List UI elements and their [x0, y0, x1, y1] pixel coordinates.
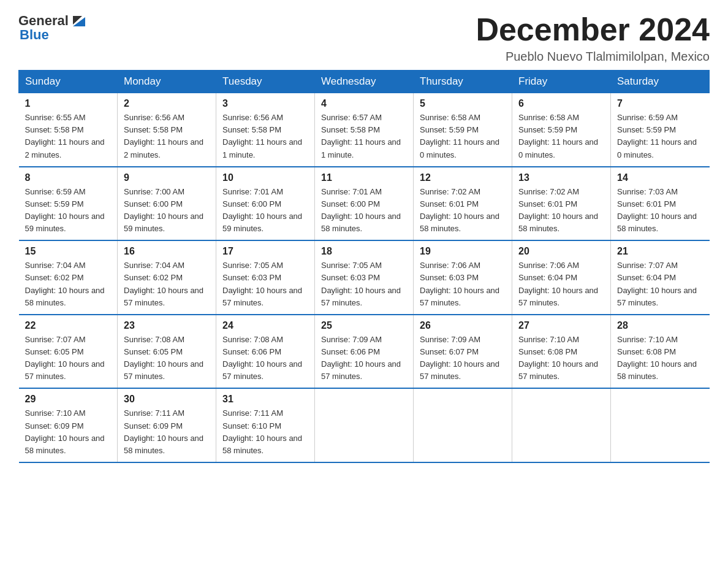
day-info: Sunrise: 6:59 AMSunset: 5:59 PMDaylight:…	[25, 186, 112, 236]
calendar-cell: 4Sunrise: 6:57 AMSunset: 5:58 PMDaylight…	[315, 93, 414, 167]
day-number: 13	[518, 172, 604, 183]
calendar-cell: 19Sunrise: 7:06 AMSunset: 6:03 PMDayligh…	[414, 240, 512, 315]
calendar-cell: 9Sunrise: 7:00 AMSunset: 6:00 PMDaylight…	[118, 167, 216, 241]
day-number: 23	[124, 320, 210, 331]
day-number: 22	[25, 320, 112, 331]
day-info: Sunrise: 6:58 AMSunset: 5:59 PMDaylight:…	[420, 112, 506, 161]
calendar-cell	[611, 388, 710, 462]
day-info: Sunrise: 7:00 AMSunset: 6:00 PMDaylight:…	[124, 186, 210, 236]
day-info: Sunrise: 7:08 AMSunset: 6:06 PMDaylight:…	[222, 334, 308, 383]
day-number: 20	[518, 246, 604, 257]
day-info: Sunrise: 6:55 AMSunset: 5:58 PMDaylight:…	[25, 112, 112, 161]
calendar-cell: 17Sunrise: 7:05 AMSunset: 6:03 PMDayligh…	[216, 240, 315, 315]
header-friday: Friday	[512, 71, 611, 93]
logo-blue-text: Blue	[20, 27, 49, 43]
day-number: 15	[25, 246, 112, 257]
calendar-cell: 7Sunrise: 6:59 AMSunset: 5:59 PMDaylight…	[611, 93, 710, 167]
calendar-cell: 11Sunrise: 7:01 AMSunset: 6:00 PMDayligh…	[315, 167, 414, 241]
day-info: Sunrise: 7:02 AMSunset: 6:01 PMDaylight:…	[420, 186, 506, 236]
calendar-cell: 27Sunrise: 7:10 AMSunset: 6:08 PMDayligh…	[512, 315, 611, 389]
day-number: 8	[25, 172, 112, 183]
calendar-cell: 29Sunrise: 7:10 AMSunset: 6:09 PMDayligh…	[19, 388, 118, 462]
calendar-cell: 14Sunrise: 7:03 AMSunset: 6:01 PMDayligh…	[611, 167, 710, 241]
calendar-cell: 22Sunrise: 7:07 AMSunset: 6:05 PMDayligh…	[19, 315, 118, 389]
day-number: 10	[222, 172, 308, 183]
day-info: Sunrise: 7:09 AMSunset: 6:07 PMDaylight:…	[420, 334, 506, 383]
week-row-3: 15Sunrise: 7:04 AMSunset: 6:02 PMDayligh…	[19, 240, 710, 315]
day-number: 9	[124, 172, 210, 183]
day-number: 16	[124, 246, 210, 257]
day-info: Sunrise: 7:04 AMSunset: 6:02 PMDaylight:…	[25, 259, 112, 309]
header-wednesday: Wednesday	[315, 71, 414, 93]
day-number: 21	[617, 246, 703, 257]
header-tuesday: Tuesday	[216, 71, 315, 93]
day-number: 28	[617, 320, 703, 331]
header-thursday: Thursday	[414, 71, 512, 93]
day-info: Sunrise: 7:07 AMSunset: 6:04 PMDaylight:…	[617, 259, 703, 309]
day-number: 12	[420, 172, 506, 183]
day-info: Sunrise: 6:59 AMSunset: 5:59 PMDaylight:…	[617, 112, 703, 161]
day-number: 14	[617, 172, 703, 183]
day-number: 3	[222, 98, 308, 109]
day-info: Sunrise: 7:02 AMSunset: 6:01 PMDaylight:…	[518, 186, 604, 236]
day-number: 17	[222, 246, 308, 257]
calendar-cell: 1Sunrise: 6:55 AMSunset: 5:58 PMDaylight…	[19, 93, 118, 167]
day-info: Sunrise: 6:56 AMSunset: 5:58 PMDaylight:…	[222, 112, 308, 161]
day-number: 1	[25, 98, 112, 109]
calendar-cell: 23Sunrise: 7:08 AMSunset: 6:05 PMDayligh…	[118, 315, 216, 389]
day-number: 11	[321, 172, 407, 183]
day-info: Sunrise: 7:11 AMSunset: 6:10 PMDaylight:…	[222, 407, 308, 457]
day-info: Sunrise: 7:04 AMSunset: 6:02 PMDaylight:…	[124, 259, 210, 309]
day-info: Sunrise: 7:01 AMSunset: 6:00 PMDaylight:…	[321, 186, 407, 236]
calendar-cell: 30Sunrise: 7:11 AMSunset: 6:09 PMDayligh…	[118, 388, 216, 462]
calendar-cell: 2Sunrise: 6:56 AMSunset: 5:58 PMDaylight…	[118, 93, 216, 167]
day-info: Sunrise: 6:56 AMSunset: 5:58 PMDaylight:…	[124, 112, 210, 161]
logo-icon	[70, 11, 88, 29]
calendar-table: SundayMondayTuesdayWednesdayThursdayFrid…	[18, 70, 710, 463]
day-info: Sunrise: 7:06 AMSunset: 6:03 PMDaylight:…	[420, 259, 506, 309]
calendar-cell: 6Sunrise: 6:58 AMSunset: 5:59 PMDaylight…	[512, 93, 611, 167]
day-info: Sunrise: 7:09 AMSunset: 6:06 PMDaylight:…	[321, 334, 407, 383]
day-info: Sunrise: 7:10 AMSunset: 6:08 PMDaylight:…	[518, 334, 604, 383]
day-info: Sunrise: 7:01 AMSunset: 6:00 PMDaylight:…	[222, 186, 308, 236]
day-number: 31	[222, 394, 308, 405]
calendar-header-row: SundayMondayTuesdayWednesdayThursdayFrid…	[19, 71, 710, 93]
day-number: 19	[420, 246, 506, 257]
calendar-cell: 3Sunrise: 6:56 AMSunset: 5:58 PMDaylight…	[216, 93, 315, 167]
calendar-cell: 21Sunrise: 7:07 AMSunset: 6:04 PMDayligh…	[611, 240, 710, 315]
day-info: Sunrise: 7:11 AMSunset: 6:09 PMDaylight:…	[124, 407, 210, 457]
week-row-5: 29Sunrise: 7:10 AMSunset: 6:09 PMDayligh…	[19, 388, 710, 462]
calendar-cell: 24Sunrise: 7:08 AMSunset: 6:06 PMDayligh…	[216, 315, 315, 389]
week-row-2: 8Sunrise: 6:59 AMSunset: 5:59 PMDaylight…	[19, 167, 710, 241]
calendar-cell: 18Sunrise: 7:05 AMSunset: 6:03 PMDayligh…	[315, 240, 414, 315]
day-info: Sunrise: 7:03 AMSunset: 6:01 PMDaylight:…	[617, 186, 703, 236]
calendar-cell: 16Sunrise: 7:04 AMSunset: 6:02 PMDayligh…	[118, 240, 216, 315]
header-sunday: Sunday	[19, 71, 118, 93]
calendar-cell: 10Sunrise: 7:01 AMSunset: 6:00 PMDayligh…	[216, 167, 315, 241]
week-row-4: 22Sunrise: 7:07 AMSunset: 6:05 PMDayligh…	[19, 315, 710, 389]
calendar-cell: 20Sunrise: 7:06 AMSunset: 6:04 PMDayligh…	[512, 240, 611, 315]
calendar-cell	[512, 388, 611, 462]
day-info: Sunrise: 7:06 AMSunset: 6:04 PMDaylight:…	[518, 259, 604, 309]
calendar-cell	[315, 388, 414, 462]
calendar-cell: 28Sunrise: 7:10 AMSunset: 6:08 PMDayligh…	[611, 315, 710, 389]
calendar-cell: 13Sunrise: 7:02 AMSunset: 6:01 PMDayligh…	[512, 167, 611, 241]
day-info: Sunrise: 7:08 AMSunset: 6:05 PMDaylight:…	[124, 334, 210, 383]
calendar-cell: 5Sunrise: 6:58 AMSunset: 5:59 PMDaylight…	[414, 93, 512, 167]
day-number: 5	[420, 98, 506, 109]
calendar-cell: 15Sunrise: 7:04 AMSunset: 6:02 PMDayligh…	[19, 240, 118, 315]
day-number: 2	[124, 98, 210, 109]
day-number: 30	[124, 394, 210, 405]
calendar-cell: 31Sunrise: 7:11 AMSunset: 6:10 PMDayligh…	[216, 388, 315, 462]
day-number: 18	[321, 246, 407, 257]
day-info: Sunrise: 7:05 AMSunset: 6:03 PMDaylight:…	[321, 259, 407, 309]
title-block: December 2024 Pueblo Nuevo Tlalmimilolpa…	[476, 12, 710, 64]
day-number: 25	[321, 320, 407, 331]
calendar-cell: 8Sunrise: 6:59 AMSunset: 5:59 PMDaylight…	[19, 167, 118, 241]
week-row-1: 1Sunrise: 6:55 AMSunset: 5:58 PMDaylight…	[19, 93, 710, 167]
day-number: 27	[518, 320, 604, 331]
calendar-cell: 26Sunrise: 7:09 AMSunset: 6:07 PMDayligh…	[414, 315, 512, 389]
day-info: Sunrise: 7:07 AMSunset: 6:05 PMDaylight:…	[25, 334, 112, 383]
calendar-cell: 12Sunrise: 7:02 AMSunset: 6:01 PMDayligh…	[414, 167, 512, 241]
header-saturday: Saturday	[611, 71, 710, 93]
